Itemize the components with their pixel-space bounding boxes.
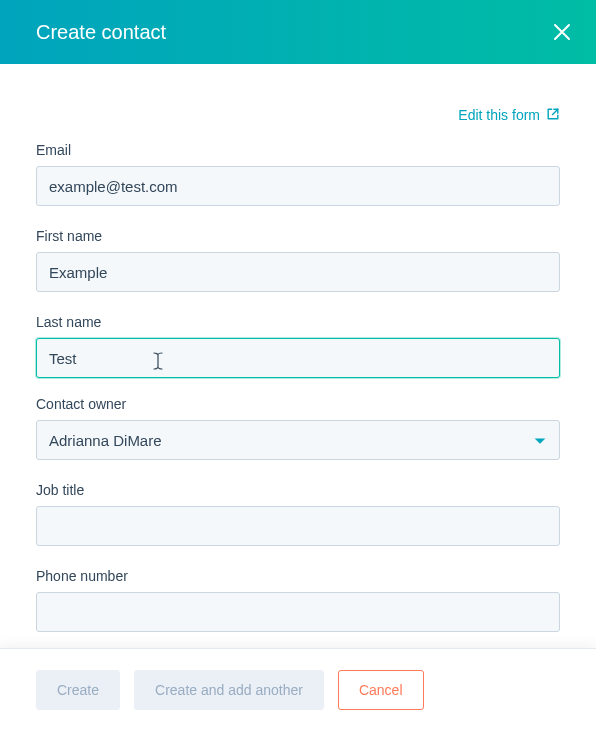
phone-number-field-group: Phone number — [36, 568, 560, 632]
phone-number-input[interactable] — [36, 592, 560, 632]
job-title-label: Job title — [36, 482, 560, 498]
job-title-field-group: Job title — [36, 482, 560, 546]
email-label: Email — [36, 142, 560, 158]
contact-owner-field-group: Contact owner Adrianna DiMare — [36, 396, 560, 460]
edit-form-row: Edit this form — [36, 106, 560, 124]
phone-number-label: Phone number — [36, 568, 560, 584]
dialog-body: Edit this form Email First name Last nam… — [0, 64, 596, 654]
dialog-footer: Create Create and add another Cancel — [0, 648, 596, 731]
last-name-label: Last name — [36, 314, 560, 330]
email-field-group: Email — [36, 142, 560, 206]
last-name-field-group: Last name — [36, 314, 560, 378]
cancel-button[interactable]: Cancel — [338, 670, 424, 710]
first-name-label: First name — [36, 228, 560, 244]
edit-form-link-label: Edit this form — [458, 107, 540, 123]
first-name-input[interactable] — [36, 252, 560, 292]
email-input[interactable] — [36, 166, 560, 206]
contact-owner-select[interactable]: Adrianna DiMare — [36, 420, 560, 460]
create-and-add-another-button[interactable]: Create and add another — [134, 670, 324, 710]
contact-owner-value: Adrianna DiMare — [49, 432, 162, 449]
first-name-field-group: First name — [36, 228, 560, 292]
contact-owner-label: Contact owner — [36, 396, 560, 412]
dialog-title: Create contact — [36, 21, 166, 44]
last-name-input[interactable] — [36, 338, 560, 378]
close-icon[interactable] — [550, 20, 574, 44]
edit-form-link[interactable]: Edit this form — [458, 107, 560, 124]
external-link-icon — [546, 107, 560, 124]
dialog-header: Create contact — [0, 0, 596, 64]
create-button[interactable]: Create — [36, 670, 120, 710]
job-title-input[interactable] — [36, 506, 560, 546]
